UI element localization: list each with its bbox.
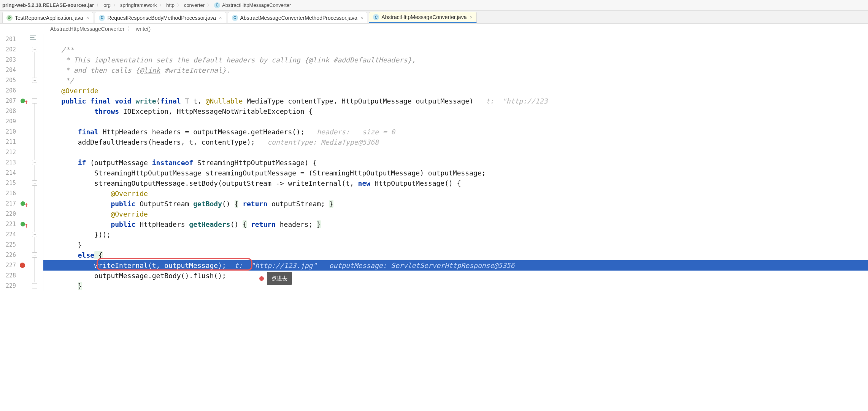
breadcrumb-item[interactable]: CAbstractHttpMessageConverter <box>214 2 291 8</box>
class-icon: C <box>99 15 105 21</box>
code-line: StreamingHttpOutputMessage streamingOutp… <box>43 168 868 178</box>
fold-column: − − − − − − − − <box>29 34 43 291</box>
fold-toggle-icon[interactable]: − <box>32 78 37 83</box>
code-line: */ <box>43 75 868 86</box>
code-line <box>43 116 868 127</box>
member-breadcrumb: AbstractHttpMessageConverter 〉 write() <box>0 24 868 34</box>
breadcrumb-item[interactable]: converter <box>184 2 205 8</box>
breadcrumb-method[interactable]: write() <box>136 26 151 32</box>
red-dot-icon <box>259 276 264 281</box>
code-line: @Override <box>43 188 868 199</box>
gutter-marks <box>18 34 29 291</box>
code-line <box>43 34 868 45</box>
code-line: public final void write(final T t, @Null… <box>43 96 868 106</box>
svg-rect-0 <box>30 35 36 36</box>
editor-tab-strip: ⟳ TestReponseApplication.java × C Reques… <box>0 11 868 24</box>
code-line <box>43 147 868 158</box>
chevron-right-icon: 〉 <box>177 2 182 9</box>
tooltip-label: 点进去 <box>267 272 292 285</box>
code-line: /** <box>43 45 868 55</box>
chevron-right-icon: 〉 <box>127 25 133 32</box>
code-line: * This implementation sets the default h… <box>43 55 868 65</box>
code-line: public HttpHeaders getHeaders() { return… <box>43 219 868 229</box>
svg-rect-1 <box>30 37 34 38</box>
line-number-gutter: 2012022032042052062072082092102112122132… <box>0 34 18 291</box>
close-icon[interactable]: × <box>219 15 222 21</box>
override-up-icon[interactable] <box>19 222 28 228</box>
breadcrumb-item[interactable]: org <box>103 2 111 8</box>
override-up-icon[interactable] <box>19 99 28 105</box>
align-icon[interactable] <box>30 34 36 41</box>
fold-toggle-icon[interactable]: − <box>32 232 37 237</box>
code-line: } <box>43 240 868 250</box>
code-line: final HttpHeaders headers = outputMessag… <box>43 127 868 137</box>
tab-label: RequestResponseBodyMethodProcessor.java <box>107 15 216 21</box>
breadcrumb-item[interactable]: springframework <box>120 2 157 8</box>
code-line: if (outputMessage instanceof StreamingHt… <box>43 158 868 168</box>
svg-rect-2 <box>30 39 36 40</box>
fold-toggle-icon[interactable]: − <box>32 283 37 288</box>
editor-tab[interactable]: C RequestResponseBodyMethodProcessor.jav… <box>95 12 226 23</box>
breadcrumb-bar: pring-web-5.2.10.RELEASE-sources.jar〉 or… <box>0 0 868 11</box>
tab-label: AbstractHttpMessageConverter.java <box>381 14 467 20</box>
code-line: streamingOutputMessage.setBody(outputStr… <box>43 178 868 188</box>
java-file-icon: ⟳ <box>6 15 13 21</box>
code-line: throws IOException, HttpMessageNotWritab… <box>43 106 868 116</box>
class-icon: C <box>232 15 238 21</box>
code-line: @Override <box>43 86 868 96</box>
fold-toggle-icon[interactable]: − <box>32 180 37 186</box>
breakpoint-icon[interactable] <box>20 263 25 268</box>
code-line: else { <box>43 250 868 260</box>
fold-toggle-icon[interactable]: − <box>32 160 37 165</box>
editor-tab-active[interactable]: C AbstractHttpMessageConverter.java × <box>369 12 477 23</box>
code-line: outputMessage.getBody().flush(); <box>43 271 868 281</box>
override-up-icon[interactable] <box>19 201 28 207</box>
editor-tab[interactable]: C AbstractMessageConverterMethodProcesso… <box>228 12 368 23</box>
breadcrumb-item[interactable]: pring-web-5.2.10.RELEASE-sources.jar <box>2 2 94 8</box>
editor-tab[interactable]: ⟳ TestReponseApplication.java × <box>2 12 93 23</box>
code-line: public OutputStream getBody() { return o… <box>43 199 868 209</box>
class-icon: C <box>373 14 379 20</box>
chevron-right-icon: 〉 <box>159 2 164 9</box>
fold-toggle-icon[interactable]: − <box>32 252 37 258</box>
fold-toggle-icon[interactable]: − <box>32 98 37 104</box>
code-line: } <box>43 281 868 291</box>
close-icon[interactable]: × <box>86 15 89 21</box>
close-icon[interactable]: × <box>470 14 473 20</box>
close-icon[interactable]: × <box>360 15 363 21</box>
code-line: addDefaultHeaders(headers, t, contentTyp… <box>43 137 868 147</box>
breadcrumb-item[interactable]: http <box>166 2 175 8</box>
code-editor[interactable]: 2012022032042052062072082092102112122132… <box>0 34 868 291</box>
class-icon: C <box>214 2 220 8</box>
code-line-current: writeInternal(t, outputMessage); t: "htt… <box>43 260 868 271</box>
code-line: * and then calls {@link #writeInternal}. <box>43 65 868 75</box>
code-area[interactable]: /** * This implementation sets the defau… <box>43 34 868 291</box>
chevron-right-icon: 〉 <box>207 2 212 9</box>
chevron-right-icon: 〉 <box>113 2 118 9</box>
annotation-tooltip: 点进去 <box>259 272 292 285</box>
fold-toggle-icon[interactable]: − <box>32 47 37 52</box>
breadcrumb-class[interactable]: AbstractHttpMessageConverter <box>50 26 124 32</box>
chevron-right-icon: 〉 <box>96 2 101 9</box>
tab-label: AbstractMessageConverterMethodProcessor.… <box>240 15 357 21</box>
code-line: @Override <box>43 209 868 219</box>
code-line: })); <box>43 229 868 240</box>
tab-label: TestReponseApplication.java <box>15 15 83 21</box>
